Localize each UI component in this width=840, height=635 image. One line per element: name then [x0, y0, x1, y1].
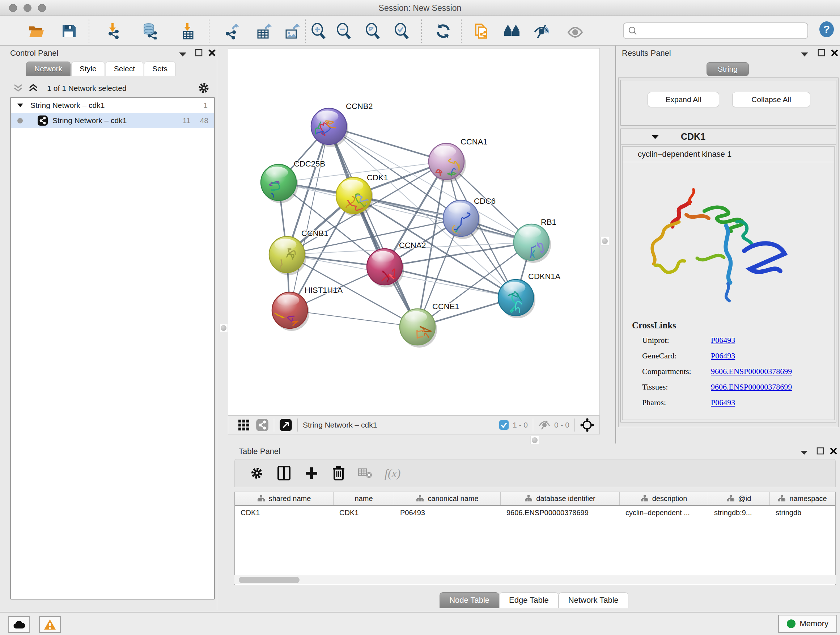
table-cell[interactable]: CDK1 — [235, 506, 333, 519]
help-icon[interactable]: ? — [818, 21, 835, 38]
table-cell[interactable]: stringdb — [770, 506, 835, 519]
network-node-RB1[interactable] — [514, 224, 551, 263]
selected-checkbox-icon[interactable] — [499, 420, 509, 430]
results-panel-close-icon[interactable] — [830, 49, 839, 57]
zoom-in-icon[interactable] — [310, 23, 327, 40]
network-node-CCNA1[interactable] — [429, 143, 466, 186]
control-panel-menu-icon[interactable] — [178, 51, 187, 57]
control-panel-tab-sets[interactable]: Sets — [144, 62, 176, 76]
control-panel-tab-style[interactable]: Style — [71, 62, 105, 76]
tab-string[interactable]: String — [706, 62, 749, 76]
expand-all-button[interactable]: Expand All — [647, 92, 719, 107]
tree-collapse-arrow-icon[interactable] — [17, 103, 24, 108]
table-panel-menu-icon[interactable] — [799, 450, 809, 455]
network-edge-CCNA2-CDKN1A[interactable] — [385, 267, 516, 298]
network-edge-count: 48 — [200, 116, 208, 125]
scrollbar-thumb[interactable] — [239, 577, 300, 583]
string-view-icon[interactable] — [256, 418, 269, 432]
table-panel-close-icon[interactable] — [829, 447, 838, 455]
zoom-selected-icon[interactable] — [393, 23, 410, 40]
column-header-description[interactable]: description — [620, 492, 708, 505]
network-tree-group-row[interactable]: String Network – cdk1 1 — [11, 98, 214, 113]
column-header-@id[interactable]: @id — [708, 492, 770, 505]
add-column-icon[interactable] — [304, 466, 319, 480]
results-panel-float-icon[interactable] — [817, 49, 826, 57]
table-cell[interactable]: stringdb:9... — [708, 506, 770, 519]
grid-view-icon[interactable] — [238, 419, 250, 431]
column-header-database-identifier[interactable]: database identifier — [501, 492, 620, 505]
network-view-canvas[interactable]: CCNB2CCNA1CDC25BCDK1CDC6RB1CCNB1CCNA2CDK… — [228, 48, 600, 416]
crosslink-link[interactable]: 9606.ENSP00000378699 — [711, 382, 792, 392]
close-window-button[interactable] — [9, 4, 17, 12]
memory-button[interactable]: Memory — [778, 615, 837, 633]
hide-details-icon[interactable] — [533, 23, 550, 40]
network-node-CDK1[interactable] — [336, 177, 373, 216]
birdseye-toggle-icon[interactable] — [279, 418, 292, 432]
export-image-icon[interactable] — [283, 23, 300, 40]
collapse-all-button[interactable]: Collapse All — [732, 92, 810, 107]
crosslink-link[interactable]: P06493 — [711, 398, 735, 407]
control-panel-tab-network[interactable]: Network — [26, 62, 71, 76]
table-horizontal-scrollbar[interactable] — [234, 575, 836, 584]
export-network-icon[interactable] — [223, 23, 239, 40]
zoom-fit-icon[interactable] — [364, 23, 381, 40]
hidden-eye-icon[interactable] — [538, 420, 551, 431]
network-options-gear-icon[interactable] — [197, 82, 210, 94]
cloud-button[interactable] — [8, 616, 30, 633]
right-splitter-grip[interactable] — [600, 237, 609, 245]
table-tab-edge-table[interactable]: Edge Table — [499, 592, 559, 608]
table-cell[interactable]: CDK1 — [333, 506, 394, 519]
results-panel-menu-icon[interactable] — [800, 51, 809, 57]
control-panel-tab-select[interactable]: Select — [106, 62, 143, 76]
crosslink-link[interactable]: 9606.ENSP00000378699 — [711, 367, 792, 376]
column-header-namespace[interactable]: namespace — [770, 492, 835, 505]
network-node-HIST1H1A[interactable] — [270, 292, 309, 340]
import-table-icon[interactable] — [179, 23, 196, 40]
minimize-window-button[interactable] — [24, 4, 32, 12]
import-network-database-icon[interactable] — [141, 23, 158, 40]
refresh-icon[interactable] — [435, 23, 452, 40]
crosslink-link[interactable]: P06493 — [711, 351, 735, 361]
network-node-CDKN1A[interactable] — [498, 279, 535, 323]
function-builder-icon[interactable]: f(x) — [385, 467, 401, 480]
network-node-CDC25B[interactable] — [261, 165, 298, 213]
table-row[interactable]: CDK1CDK1P064939606.ENSP00000378699cyclin… — [235, 506, 835, 519]
horizontal-splitter-grip[interactable] — [531, 436, 539, 445]
gene-entry-collapse-icon[interactable] — [651, 134, 660, 140]
warnings-button[interactable] — [39, 616, 61, 633]
show-columns-icon[interactable] — [277, 465, 291, 481]
network-node-CDC6[interactable] — [443, 200, 480, 250]
table-panel-float-icon[interactable] — [816, 447, 825, 455]
column-header-shared-name[interactable]: shared name — [235, 492, 333, 505]
export-table-icon[interactable] — [255, 23, 272, 40]
zoom-window-button[interactable] — [38, 4, 46, 12]
network-tree-item-row[interactable]: String Network – cdk1 11 48 — [11, 113, 214, 128]
show-details-icon[interactable] — [567, 23, 584, 40]
duplicate-network-icon[interactable] — [473, 23, 489, 40]
table-options-gear-icon[interactable] — [250, 466, 264, 480]
column-header-canonical-name[interactable]: canonical name — [394, 492, 501, 505]
table-tab-node-table[interactable]: Node Table — [439, 592, 499, 608]
control-panel-close-icon[interactable] — [208, 49, 216, 57]
title-bar: Session: New Session — [0, 0, 840, 16]
crosslink-link[interactable]: P06493 — [711, 336, 735, 345]
open-session-icon[interactable] — [28, 23, 44, 40]
home-icon[interactable] — [504, 23, 520, 40]
table-cell[interactable]: 9606.ENSP00000378699 — [501, 506, 620, 519]
search-input[interactable] — [640, 27, 807, 35]
gene-entry-header[interactable]: CDK1 — [621, 129, 836, 145]
zoom-out-icon[interactable] — [335, 23, 352, 40]
delete-table-icon[interactable] — [358, 467, 372, 479]
table-tab-network-table[interactable]: Network Table — [559, 592, 628, 608]
left-splitter-grip[interactable] — [219, 324, 228, 333]
table-cell[interactable]: P06493 — [394, 506, 501, 519]
import-network-icon[interactable] — [105, 23, 122, 40]
fit-selection-crosshair-icon[interactable] — [580, 418, 594, 432]
control-panel-float-icon[interactable] — [195, 49, 203, 57]
network-node-CCNE1[interactable] — [400, 309, 437, 348]
column-header-name[interactable]: name — [333, 492, 394, 505]
delete-column-icon[interactable] — [332, 465, 346, 481]
search-box[interactable] — [623, 22, 808, 39]
save-session-icon[interactable] — [60, 23, 77, 40]
table-cell[interactable]: cyclin–dependent ... — [620, 506, 708, 519]
